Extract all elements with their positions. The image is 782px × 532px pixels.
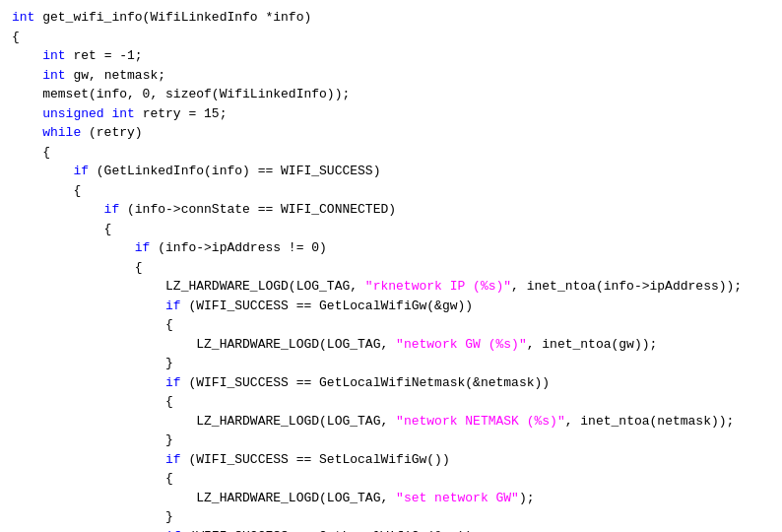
code-line: if (WIFI_SUCCESS == SetLocalWifiGw()) xyxy=(12,450,770,470)
code-token-str: "network NETMASK (%s)" xyxy=(396,414,565,429)
code-token-kw: if xyxy=(12,202,119,217)
code-line: if (info->connState == WIFI_CONNECTED) xyxy=(12,200,770,220)
code-token-normal: { xyxy=(12,471,173,486)
code-token-kw: if xyxy=(12,529,181,533)
code-token-normal xyxy=(12,68,42,83)
code-token-normal xyxy=(12,48,42,63)
code-line: { xyxy=(12,315,770,335)
code-token-normal: LZ_HARDWARE_LOGD(LOG_TAG, xyxy=(12,337,396,352)
code-token-normal: { xyxy=(12,222,111,236)
code-line: int ret = -1; xyxy=(12,46,770,66)
code-line: { xyxy=(12,258,770,278)
code-token-normal: } xyxy=(12,432,173,447)
code-line: { xyxy=(12,469,770,489)
code-line: } xyxy=(12,507,770,527)
code-token-kw: int xyxy=(42,68,65,83)
code-token-normal: { xyxy=(12,394,173,409)
code-line: while (retry) xyxy=(12,123,770,143)
code-token-kw: int xyxy=(111,106,134,121)
code-token-kw: int xyxy=(12,10,34,25)
code-line: { xyxy=(12,181,770,201)
code-token-normal: } xyxy=(12,356,173,370)
code-token-kw: if xyxy=(12,375,181,390)
code-token-normal: (GetLinkedInfo(info) == WIFI_SUCCESS) xyxy=(89,164,380,178)
code-token-normal: ); xyxy=(519,491,535,505)
code-token-normal: LZ_HARDWARE_LOGD(LOG_TAG, xyxy=(12,414,396,429)
code-token-normal: ret = -1; xyxy=(66,48,143,63)
code-token-normal: LZ_HARDWARE_LOGD(LOG_TAG, xyxy=(12,279,365,294)
code-token-normal: LZ_HARDWARE_LOGD(LOG_TAG, xyxy=(12,491,396,505)
code-line: int gw, netmask; xyxy=(12,66,770,86)
code-token-normal: , inet_ntoa(gw)); xyxy=(527,337,658,352)
code-token-normal: { xyxy=(12,183,81,198)
code-token-normal: (WIFI_SUCCESS == SetLocalWifiGw()) xyxy=(181,452,450,467)
code-line: LZ_HARDWARE_LOGD(LOG_TAG, "network NETMA… xyxy=(12,412,770,432)
code-line: { xyxy=(12,143,770,163)
code-token-normal: retry = 15; xyxy=(135,106,228,121)
code-token-normal: (retry) xyxy=(81,125,142,140)
code-line: } xyxy=(12,354,770,373)
code-token-normal: { xyxy=(12,317,173,332)
code-token-normal: (info->connState == WIFI_CONNECTED) xyxy=(119,202,396,217)
code-token-str: "rknetwork IP (%s)" xyxy=(365,279,511,294)
code-block: int get_wifi_info(WifiLinkedInfo *info){… xyxy=(0,0,782,532)
code-line: if (WIFI_SUCCESS == GetLocalWifiGw(&gw)) xyxy=(12,297,770,316)
code-token-normal: get_wifi_info(WifiLinkedInfo *info) xyxy=(34,10,311,25)
code-token-str: "network GW (%s)" xyxy=(396,337,527,352)
code-line: { xyxy=(12,28,770,47)
code-token-kw: if xyxy=(12,452,181,467)
code-token-normal: (info->ipAddress != 0) xyxy=(150,240,326,255)
code-line: LZ_HARDWARE_LOGD(LOG_TAG, "network GW (%… xyxy=(12,335,770,355)
code-line: if (WIFI_SUCCESS == GetLocalWifiNetmask(… xyxy=(12,373,770,393)
code-line: if (GetLinkedInfo(info) == WIFI_SUCCESS) xyxy=(12,162,770,181)
code-token-str: "set network GW" xyxy=(396,491,519,505)
code-token-normal: { xyxy=(12,260,143,275)
code-token-normal: } xyxy=(12,509,173,524)
code-token-normal: , inet_ntoa(netmask)); xyxy=(565,414,735,429)
code-line: } xyxy=(12,431,770,450)
code-line: { xyxy=(12,220,770,239)
code-token-kw: int xyxy=(42,48,65,63)
code-token-kw: if xyxy=(12,164,89,178)
code-token-normal: memset(info, 0, sizeof(WifiLinkedInfo)); xyxy=(12,87,350,101)
code-line: unsigned int retry = 15; xyxy=(12,104,770,124)
code-token-normal: (WIFI_SUCCESS == GetLocalWifiGw(&gw)) xyxy=(181,529,473,533)
code-token-kw: while xyxy=(12,125,81,140)
code-token-kw: if xyxy=(12,299,181,313)
code-token-normal: (WIFI_SUCCESS == GetLocalWifiNetmask(&ne… xyxy=(181,375,550,390)
code-token-normal: gw, netmask; xyxy=(66,68,165,83)
code-token-normal: { xyxy=(12,30,20,44)
code-token-normal: { xyxy=(12,145,50,160)
code-line: if (info->ipAddress != 0) xyxy=(12,238,770,258)
code-line: if (WIFI_SUCCESS == GetLocalWifiGw(&gw)) xyxy=(12,527,770,533)
code-line: { xyxy=(12,392,770,412)
code-token-normal: , inet_ntoa(info->ipAddress)); xyxy=(511,279,742,294)
code-line: memset(info, 0, sizeof(WifiLinkedInfo)); xyxy=(12,85,770,104)
code-token-kw: unsigned xyxy=(12,106,104,121)
code-line: LZ_HARDWARE_LOGD(LOG_TAG, "rknetwork IP … xyxy=(12,277,770,297)
code-token-normal: (WIFI_SUCCESS == GetLocalWifiGw(&gw)) xyxy=(181,299,473,313)
code-line: int get_wifi_info(WifiLinkedInfo *info) xyxy=(12,8,770,28)
code-line: LZ_HARDWARE_LOGD(LOG_TAG, "set network G… xyxy=(12,489,770,508)
code-token-kw: if xyxy=(12,240,150,255)
